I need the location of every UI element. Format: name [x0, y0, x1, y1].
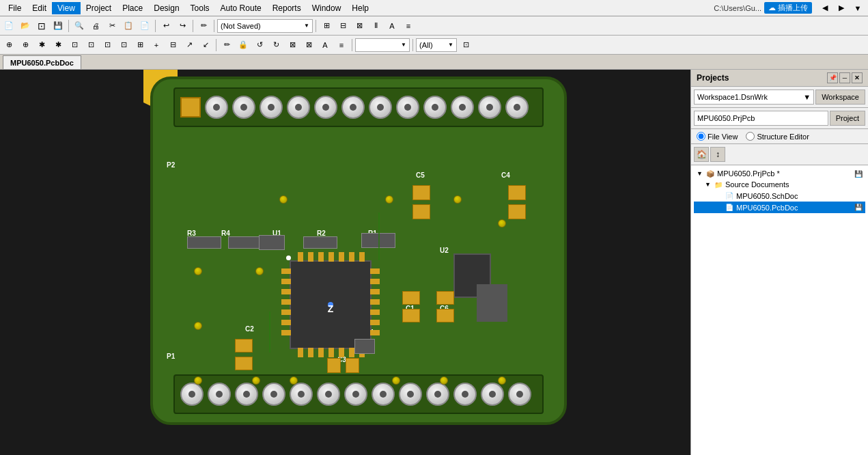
tb2-btn3[interactable]: ✱ — [34, 38, 49, 53]
canvas-area[interactable]: P2 P1 R3 R4 U1 R2 R1 U2 C5 C4 C1 C6 C7 C… — [0, 70, 690, 455]
ic-c7 — [477, 284, 507, 322]
projects-title: Projects — [697, 73, 729, 83]
panel-close-btn[interactable]: ✕ — [852, 72, 863, 83]
tb2-btn5[interactable]: ⊡ — [67, 38, 82, 53]
menu-help[interactable]: Help — [346, 2, 374, 14]
redo-btn[interactable]: ↪ — [175, 18, 190, 33]
connector-top — [173, 87, 544, 127]
save-btn[interactable]: 💾 — [51, 18, 66, 33]
smd-c3b — [346, 358, 359, 373]
all-dropdown[interactable]: (All) ▼ — [416, 38, 457, 52]
menu-file[interactable]: File — [3, 2, 27, 14]
tab-pcbdoc[interactable]: MPU6050.PcbDoc — [3, 55, 81, 69]
layer-dropdown[interactable]: ▼ — [355, 38, 410, 52]
tb-extra3[interactable]: ⊠ — [352, 18, 367, 33]
panel-pin-btn[interactable]: 📌 — [827, 72, 838, 83]
pad-round-t10 — [451, 96, 474, 119]
sep4 — [214, 20, 214, 32]
print-prev-btn[interactable]: 🔍 — [72, 18, 87, 33]
menu-project[interactable]: Project — [81, 2, 117, 14]
tb2-btn10[interactable]: + — [149, 38, 164, 53]
project-icon: 📦 — [706, 170, 714, 178]
tb2-btn13[interactable]: ↙ — [198, 38, 213, 53]
project-btn[interactable]: Project — [830, 111, 865, 126]
workspace-dropdown[interactable]: Workspace1.DsnWrk ▼ — [694, 89, 814, 105]
tb2-btn12[interactable]: ↗ — [182, 38, 197, 53]
notsaved-dropdown[interactable]: (Not Saved) ▼ — [217, 19, 313, 33]
radio-fileview[interactable]: File View — [697, 132, 738, 141]
cut-btn[interactable]: ✂ — [104, 18, 120, 33]
undo-btn[interactable]: ↩ — [158, 18, 173, 33]
tb2-btn7[interactable]: ⊡ — [100, 38, 115, 53]
open-btn[interactable]: 📂 — [18, 18, 33, 33]
nav-back-btn[interactable]: ◀ — [817, 1, 832, 16]
tree-project-label: MPU6050.PrjPcb * — [717, 169, 780, 178]
radio-fileview-input[interactable] — [697, 132, 705, 141]
sc7 — [255, 267, 264, 275]
project-dropdown[interactable]: MPU6050.PrjPcb — [694, 111, 828, 126]
tb2-btn17[interactable]: ↻ — [268, 38, 283, 53]
tb-extra2[interactable]: ⊟ — [335, 18, 350, 33]
tb2-btn14[interactable]: ✏ — [219, 38, 234, 53]
tb2-btn9[interactable]: ⊞ — [132, 38, 148, 53]
tb2-sep3 — [412, 39, 413, 51]
edit-btn[interactable]: ✏ — [196, 18, 211, 33]
pad-round-b5 — [290, 383, 313, 406]
tb2-btn11[interactable]: ⊟ — [165, 38, 180, 53]
menu-tools[interactable]: Tools — [185, 2, 215, 14]
tb-extra4[interactable]: Ⅱ — [368, 18, 383, 33]
menu-autoroute[interactable]: Auto Route — [215, 2, 267, 14]
nav-down-btn[interactable]: ▼ — [850, 1, 865, 16]
tb2-btn16[interactable]: ↺ — [252, 38, 267, 53]
tb2-btn6[interactable]: ⊡ — [83, 38, 98, 53]
tree-pcbdoc[interactable]: 📄 MPU6050.PcbDoc 💾 — [694, 202, 865, 213]
trace-v2 — [378, 212, 380, 260]
copy-btn[interactable]: 📋 — [121, 18, 136, 33]
tree-source-docs[interactable]: ▼ 📁 Source Documents — [694, 179, 865, 190]
new-btn[interactable]: 📄 — [1, 18, 16, 33]
projects-header: Projects 📌 ─ ✕ — [691, 70, 868, 87]
nav-forward-btn[interactable]: ▶ — [834, 1, 849, 16]
tb2-btn18[interactable]: ⊠ — [285, 38, 300, 53]
comp-m1 — [354, 339, 375, 354]
tb2-btn8[interactable]: ⊡ — [116, 38, 131, 53]
tree-project[interactable]: ▼ 📦 MPU6050.PrjPcb * 💾 — [694, 168, 865, 179]
menu-window[interactable]: Window — [307, 2, 347, 14]
tb-extra5[interactable]: A — [384, 18, 400, 33]
panel-min-btn[interactable]: ─ — [839, 72, 850, 83]
workspace-dropdown-label: Workspace1.DsnWrk — [697, 93, 768, 101]
tb-extra6[interactable]: ≡ — [401, 18, 416, 33]
tb2-btn21[interactable]: ≡ — [334, 38, 349, 53]
tb2-btn20[interactable]: A — [318, 38, 333, 53]
tb-extra1[interactable]: ⊞ — [319, 18, 334, 33]
tb2-btn19[interactable]: ⊠ — [301, 38, 316, 53]
sep2 — [155, 20, 156, 32]
tb2-btn15[interactable]: 🔒 — [236, 38, 251, 53]
radio-structure[interactable]: Structure Editor — [746, 132, 809, 141]
menu-view[interactable]: View — [52, 2, 81, 14]
paste-btn[interactable]: 📄 — [137, 18, 152, 33]
pad-round-t4 — [287, 96, 310, 119]
icon-home-btn[interactable]: 🏠 — [694, 147, 709, 162]
tree-schdoc[interactable]: 📄 MPU6050.SchDoc — [694, 190, 865, 202]
cloud-button[interactable]: ☁ 插播上传 — [764, 2, 812, 14]
smd-c6b — [436, 309, 454, 322]
ic-mpu6050: Z — [290, 260, 372, 349]
label-c5: C5 — [416, 171, 425, 179]
print-btn[interactable]: 🖨 — [88, 18, 103, 33]
menu-design[interactable]: Design — [148, 2, 184, 14]
menu-reports[interactable]: Reports — [267, 2, 307, 14]
menu-edit[interactable]: Edit — [27, 2, 52, 14]
tb2-last-btn[interactable]: ⊡ — [458, 38, 473, 53]
workspace-dropdown-arrow: ▼ — [803, 93, 811, 101]
file-tree[interactable]: ▼ 📦 MPU6050.PrjPcb * 💾 ▼ 📁 Source Docume… — [691, 165, 868, 455]
tb2-btn1[interactable]: ⊕ — [1, 38, 16, 53]
close-btn[interactable]: ⊡ — [34, 18, 49, 33]
tb2-btn4[interactable]: ✱ — [51, 38, 66, 53]
radio-structure-input[interactable] — [746, 132, 755, 141]
tb2-btn2[interactable]: ⊕ — [18, 38, 33, 53]
menu-place[interactable]: Place — [117, 2, 148, 14]
workspace-btn[interactable]: Workspace — [815, 89, 865, 105]
icon-arrow-btn[interactable]: ↕ — [710, 147, 725, 162]
pad-round-b12 — [481, 383, 504, 406]
